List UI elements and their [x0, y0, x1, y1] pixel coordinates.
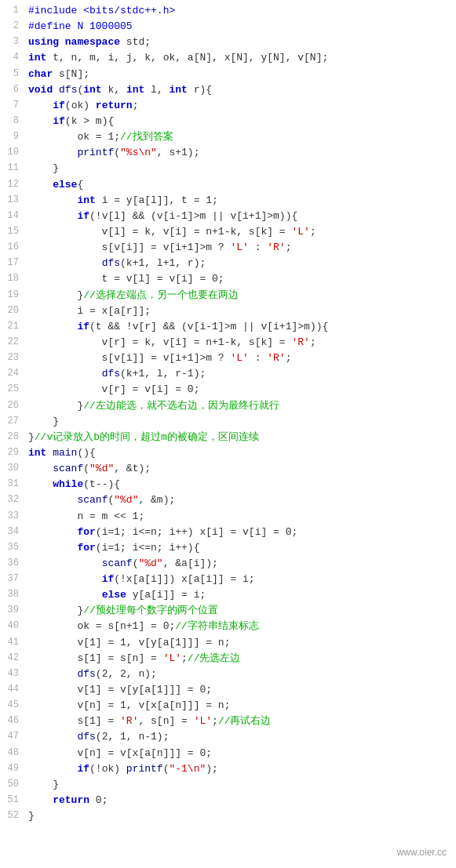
line-content: }//预处理每个数字的两个位置 [25, 603, 456, 619]
code-line: 13 int i = y[a[l]], t = 1; [0, 193, 456, 209]
line-number: 52 [0, 808, 25, 824]
line-number: 32 [0, 492, 25, 508]
line-number: 50 [0, 777, 25, 793]
line-number: 44 [0, 682, 25, 698]
line-number: 28 [0, 430, 25, 445]
code-line: 12 else{ [0, 177, 456, 193]
line-number: 13 [0, 193, 25, 209]
line-content: }//左边能选，就不选右边，因为最终行就行 [25, 398, 456, 414]
line-content: int t, n, m, i, j, k, ok, a[N], x[N], y[… [25, 50, 456, 66]
line-content: dfs(2, 2, n); [25, 666, 456, 682]
line-content: } [25, 161, 456, 176]
line-content: dfs(2, 1, n-1); [25, 729, 456, 745]
code-line: 3using namespace std; [0, 35, 456, 50]
line-number: 2 [0, 19, 25, 35]
line-content: s[v[i]] = v[i+1]>m ? 'L' : 'R'; [25, 240, 456, 256]
line-number: 6 [0, 82, 25, 98]
line-number: 21 [0, 319, 25, 335]
line-number: 27 [0, 414, 25, 430]
line-number: 20 [0, 303, 25, 319]
code-line: 30 scanf("%d", &t); [0, 461, 456, 477]
line-content: s[1] = 'R', s[n] = 'L';//再试右边 [25, 714, 456, 729]
code-line: 19 }//选择左端点，另一个也要在两边 [0, 288, 456, 303]
code-line: 16 s[v[i]] = v[i+1]>m ? 'L' : 'R'; [0, 240, 456, 256]
line-number: 37 [0, 572, 25, 587]
line-number: 15 [0, 224, 25, 240]
code-line: 15 v[l] = k, v[i] = n+1-k, s[k] = 'L'; [0, 224, 456, 240]
watermark: www.oier.cc [397, 845, 447, 860]
code-line: 8 if(k > m){ [0, 114, 456, 129]
line-content: else y[a[i]] = i; [25, 587, 456, 603]
code-line: 47 dfs(2, 1, n-1); [0, 729, 456, 745]
line-content: #define N 1000005 [25, 19, 456, 35]
code-line: 26 }//左边能选，就不选右边，因为最终行就行 [0, 398, 456, 414]
line-content: v[1] = 1, v[y[a[1]]] = n; [25, 635, 456, 651]
line-content: v[1] = v[y[a[1]]] = 0; [25, 682, 456, 698]
line-number: 41 [0, 635, 25, 651]
code-line: 14 if(!v[l] && (v[i-1]>m || v[i+1]>m)){ [0, 209, 456, 224]
line-content: s[1] = s[n] = 'L';//先选左边 [25, 651, 456, 666]
code-line: 6void dfs(int k, int l, int r){ [0, 82, 456, 98]
line-number: 7 [0, 98, 25, 114]
code-line: 20 i = x[a[r]]; [0, 303, 456, 319]
line-content: }//选择左端点，另一个也要在两边 [25, 288, 456, 303]
line-number: 22 [0, 335, 25, 350]
line-number: 39 [0, 603, 25, 619]
line-number: 10 [0, 145, 25, 161]
line-content: t = v[l] = v[i] = 0; [25, 271, 456, 287]
line-number: 1 [0, 3, 25, 19]
code-line: 1#include <bits/stdc++.h> [0, 3, 456, 19]
line-content: } [25, 414, 456, 430]
line-content: else{ [25, 177, 456, 193]
line-content: } [25, 777, 456, 793]
line-number: 19 [0, 288, 25, 303]
line-content: } [25, 808, 456, 824]
code-line: 45 v[n] = 1, v[x[a[n]]] = n; [0, 698, 456, 714]
line-number: 46 [0, 714, 25, 729]
line-content: int i = y[a[l]], t = 1; [25, 193, 456, 209]
line-content: v[l] = k, v[i] = n+1-k, s[k] = 'L'; [25, 224, 456, 240]
line-content: if(t && !v[r] && (v[i-1]>m || v[i+1]>m))… [25, 319, 456, 335]
code-line: 39 }//预处理每个数字的两个位置 [0, 603, 456, 619]
line-content: if(k > m){ [25, 114, 456, 129]
code-line: 7 if(ok) return; [0, 98, 456, 114]
line-number: 25 [0, 382, 25, 398]
line-number: 14 [0, 209, 25, 224]
line-content: v[n] = 1, v[x[a[n]]] = n; [25, 698, 456, 714]
line-content: #include <bits/stdc++.h> [25, 3, 456, 19]
line-number: 26 [0, 398, 25, 414]
line-content: return 0; [25, 793, 456, 808]
line-content: n = m << 1; [25, 509, 456, 525]
line-content: while(t--){ [25, 477, 456, 492]
line-content: scanf("%d", &m); [25, 492, 456, 508]
line-number: 42 [0, 651, 25, 666]
line-number: 8 [0, 114, 25, 129]
line-number: 33 [0, 509, 25, 525]
code-line: 49 if(!ok) printf("-1\n"); [0, 761, 456, 777]
line-content: scanf("%d", &t); [25, 461, 456, 477]
code-line: 28}//v记录放入b的时间，超过m的被确定，区间连续 [0, 430, 456, 445]
code-line: 33 n = m << 1; [0, 509, 456, 525]
code-line: 23 s[v[i]] = v[i+1]>m ? 'L' : 'R'; [0, 350, 456, 366]
line-content: }//v记录放入b的时间，超过m的被确定，区间连续 [25, 430, 456, 445]
line-content: s[v[i]] = v[i+1]>m ? 'L' : 'R'; [25, 350, 456, 366]
line-content: if(!v[l] && (v[i-1]>m || v[i+1]>m)){ [25, 209, 456, 224]
line-number: 31 [0, 477, 25, 492]
code-line: 37 if(!x[a[i]]) x[a[i]] = i; [0, 572, 456, 587]
code-line: 17 dfs(k+1, l+1, r); [0, 256, 456, 271]
code-line: 29int main(){ [0, 445, 456, 461]
code-line: 35 for(i=1; i<=n; i++){ [0, 540, 456, 556]
line-content: char s[N]; [25, 67, 456, 82]
line-content: ok = 1;//找到答案 [25, 129, 456, 145]
code-line: 9 ok = 1;//找到答案 [0, 129, 456, 145]
line-number: 5 [0, 67, 25, 82]
line-number: 17 [0, 256, 25, 271]
code-line: 51 return 0; [0, 793, 456, 808]
line-number: 48 [0, 746, 25, 761]
line-number: 18 [0, 271, 25, 287]
line-content: if(!ok) printf("-1\n"); [25, 761, 456, 777]
code-line: 31 while(t--){ [0, 477, 456, 492]
line-content: v[n] = v[x[a[n]]] = 0; [25, 746, 456, 761]
code-line: 34 for(i=1; i<=n; i++) x[i] = v[i] = 0; [0, 525, 456, 540]
line-number: 47 [0, 729, 25, 745]
